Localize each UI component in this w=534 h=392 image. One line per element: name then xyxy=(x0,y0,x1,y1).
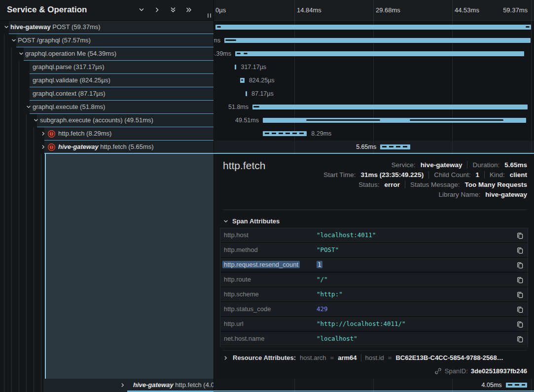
indent-guide xyxy=(4,154,4,379)
chevron-down-icon[interactable] xyxy=(33,117,39,125)
timeline-gridline xyxy=(294,379,295,392)
span-attributes-header[interactable]: Span Attributes xyxy=(223,217,280,225)
span-tree-row[interactable]: graphql.parse (317.17µs) xyxy=(0,61,214,74)
copy-icon[interactable] xyxy=(516,321,524,328)
span-bar-dashes xyxy=(265,133,305,134)
span-attributes-table: http.host"localhost:4011"http.method"POS… xyxy=(220,228,528,347)
span-bar[interactable] xyxy=(235,51,524,56)
copy-icon[interactable] xyxy=(516,335,524,343)
span-label: graphql.context (87.17µs) xyxy=(33,90,106,97)
chevron-down-icon[interactable] xyxy=(18,51,24,58)
chevron-right-icon[interactable] xyxy=(120,382,126,390)
waterfall-panel: 0µs14.84ms29.68ms44.53ms59.37ms 59.37ms5… xyxy=(214,0,534,392)
span-tree-row[interactable]: !hive-gateway http.fetch (5.65ms) xyxy=(0,141,214,154)
timeline-gridline xyxy=(531,74,532,87)
link-icon[interactable] xyxy=(434,367,442,375)
timeline-gridline xyxy=(452,74,453,87)
span-tree-row[interactable]: graphql.context (87.17µs) xyxy=(0,87,214,101)
indent-guide xyxy=(19,74,19,87)
meta-value: error xyxy=(384,181,400,188)
meta-label: Duration: xyxy=(472,161,499,169)
attribute-row: http.request.resend_count1 xyxy=(220,258,528,273)
span-bar[interactable] xyxy=(235,65,236,70)
span-tree-row[interactable]: hive-gateway POST (59.37ms) xyxy=(0,21,214,34)
timeline-gridline xyxy=(531,127,532,141)
span-duration-label: 8.29ms xyxy=(311,130,331,137)
expand-all-icon[interactable] xyxy=(185,6,192,13)
span-bar[interactable] xyxy=(215,25,531,30)
span-tree-row[interactable]: hive-gateway http.fetch (4.05ms) xyxy=(0,379,214,392)
timeline-gridline xyxy=(294,0,295,21)
trace-viewer-window: 0µs14.84ms29.68ms44.53ms59.37ms 59.37ms5… xyxy=(0,0,534,392)
timeline-gridline xyxy=(531,61,532,74)
timeline-gridline xyxy=(373,379,374,392)
chevron-down-icon[interactable] xyxy=(26,104,32,111)
span-tree-row[interactable]: subgraph.execute (accounts) (49.51ms) xyxy=(0,114,214,127)
attribute-value: "http://localhost:4011/" xyxy=(317,320,406,327)
indent-guide xyxy=(11,154,12,379)
span-bar[interactable] xyxy=(252,105,528,109)
resource-key: host.arch xyxy=(300,354,326,361)
span-bar-mark xyxy=(253,106,259,107)
span-duration-label: 317.17µs xyxy=(241,64,266,71)
indent-guide xyxy=(41,379,41,392)
span-duration-label: 824.25µs xyxy=(249,77,275,84)
span-bar[interactable] xyxy=(380,144,410,149)
copy-icon[interactable] xyxy=(516,291,524,298)
timeline-gridline xyxy=(452,127,453,141)
resource-value: BC62E13B-C4CC-5854-9788-2568… xyxy=(395,354,503,361)
selected-span-expanded-area[interactable] xyxy=(45,154,214,379)
copy-icon[interactable] xyxy=(516,232,524,239)
span-bar[interactable] xyxy=(263,131,307,136)
resource-attributes-row[interactable]: Resource Attributes: host.arch=arm64host… xyxy=(223,354,527,361)
span-tree-row[interactable]: POST /graphql (57.57ms) xyxy=(0,34,214,47)
attribute-row: http.method"POST" xyxy=(220,243,528,258)
timeline-gridline xyxy=(531,101,532,114)
chevron-right-icon[interactable] xyxy=(40,131,46,138)
span-tree-row[interactable]: graphql.execute (51.8ms) xyxy=(0,101,214,114)
resize-grip-icon[interactable] xyxy=(208,13,211,18)
timeline-gridline xyxy=(294,74,295,87)
indent-guide xyxy=(11,127,12,141)
waterfall-row: 57.57ms xyxy=(214,34,534,47)
collapse-all-icon[interactable] xyxy=(170,6,177,13)
copy-icon[interactable] xyxy=(516,306,524,313)
indent-guide xyxy=(4,74,4,87)
span-detail-title: http.fetch xyxy=(223,160,265,172)
divider xyxy=(467,161,467,169)
timeline-gridline xyxy=(531,34,532,47)
timeline-gridline xyxy=(452,141,453,154)
attribute-value: 1 xyxy=(317,261,322,268)
timeline-gridline xyxy=(531,141,532,154)
copy-icon[interactable] xyxy=(516,276,524,284)
span-id-value: 3de02518937fb246 xyxy=(471,367,527,375)
span-bar[interactable] xyxy=(246,91,247,96)
span-tree-row[interactable]: !http.fetch (8.29ms) xyxy=(0,127,214,141)
span-tree-row[interactable]: graphql.operation Me (54.39ms) xyxy=(0,47,214,61)
indent-guide xyxy=(11,74,12,87)
chevron-down-icon[interactable] xyxy=(3,24,9,32)
equals-sign: = xyxy=(330,354,334,361)
chevron-right-icon[interactable] xyxy=(40,144,46,151)
collapse-one-icon[interactable] xyxy=(138,6,145,13)
indent-guide xyxy=(19,379,19,392)
span-label: POST /graphql (57.57ms) xyxy=(18,36,91,44)
expand-one-icon[interactable] xyxy=(154,6,161,13)
copy-icon[interactable] xyxy=(516,261,524,269)
span-bar[interactable] xyxy=(263,118,526,123)
copy-icon[interactable] xyxy=(516,247,524,254)
indent-guide xyxy=(34,127,34,141)
attribute-key: net.host.name xyxy=(224,335,264,342)
chevron-down-icon[interactable] xyxy=(11,37,17,45)
span-bar[interactable] xyxy=(240,78,245,83)
indent-guide xyxy=(19,141,19,154)
indent-guide xyxy=(4,114,4,127)
attribute-value: "POST" xyxy=(317,246,339,253)
span-bar[interactable] xyxy=(224,38,531,43)
span-bar[interactable] xyxy=(506,383,528,388)
timeline-gridline xyxy=(373,61,374,74)
span-tree-row[interactable]: graphql.validate (824.25µs) xyxy=(0,74,214,87)
resource-attributes-label: Resource Attributes: xyxy=(233,354,296,361)
span-label: graphql.parse (317.17µs) xyxy=(33,63,105,71)
timeline-gridline xyxy=(452,379,453,392)
